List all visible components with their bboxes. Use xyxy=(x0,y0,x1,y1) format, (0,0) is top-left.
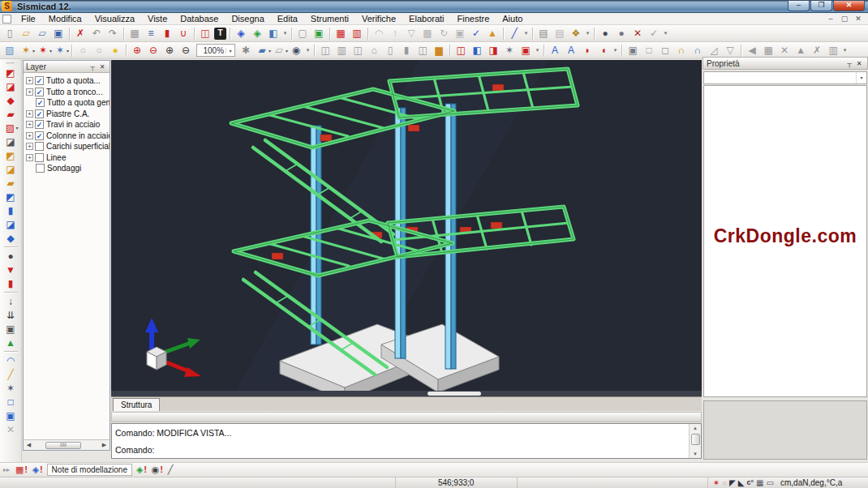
chevron-down-icon[interactable]: ▾ xyxy=(15,125,18,131)
menu-aiuto[interactable]: Aiuto xyxy=(496,13,529,25)
pan-hand-icon[interactable]: ✱ xyxy=(238,44,253,58)
sync-book-icon[interactable]: ❖ xyxy=(569,27,583,41)
toolbar-overflow-button[interactable]: ▾ xyxy=(534,47,541,54)
angle-icon[interactable]: c° xyxy=(746,479,754,486)
menu-viste[interactable]: Viste xyxy=(141,13,174,25)
arc-disabled-icon[interactable]: ◠ xyxy=(372,27,386,41)
layer-checkbox[interactable] xyxy=(35,153,44,162)
scroll-down-icon[interactable]: ▼ xyxy=(693,450,698,458)
tools-hammer-icon[interactable]: ✕ xyxy=(630,27,645,41)
node-alert-green-icon[interactable]: ◈! xyxy=(135,464,148,476)
plinth-icon[interactable]: ● xyxy=(3,249,18,263)
plate-timber-icon[interactable]: ▰ xyxy=(3,176,18,190)
viewport-hscroll-thumb[interactable] xyxy=(428,392,481,396)
arch-blue-icon[interactable]: ∩ xyxy=(690,44,705,58)
view-eye-icon[interactable]: ◉ xyxy=(289,44,303,58)
menu-modifica[interactable]: Modifica xyxy=(42,13,88,25)
layer-stack-icon[interactable]: ▤ xyxy=(536,27,551,41)
layer-stack-2-icon[interactable]: ▤ xyxy=(552,27,567,41)
lamp-icon[interactable]: ▯ xyxy=(383,44,397,58)
beam-dark-icon[interactable]: ◪ xyxy=(3,135,18,148)
chevron-down-icon[interactable]: ▾ xyxy=(226,48,234,54)
close-icon[interactable]: ✕ xyxy=(854,60,864,67)
layer-checkbox[interactable]: ✓ xyxy=(36,98,45,107)
grid-gray-icon[interactable]: ▦ xyxy=(761,44,776,58)
pin-icon[interactable]: ┬ xyxy=(844,60,854,67)
zoom-level-combo[interactable]: 100%▾ xyxy=(196,44,235,57)
magnet-red-icon[interactable]: ∪ xyxy=(176,27,191,41)
expand-icon[interactable]: + xyxy=(26,132,33,139)
scrollbar-thumb[interactable] xyxy=(691,434,700,445)
new-file-icon[interactable]: ▯ xyxy=(2,27,17,41)
plate-red-icon[interactable]: ▰ xyxy=(3,107,18,121)
table-red-icon[interactable]: ▦ xyxy=(333,27,348,41)
beam-steel-icon[interactable]: ◩ xyxy=(3,190,18,203)
viewport-hscrollbar[interactable] xyxy=(111,391,702,396)
megaphone-icon[interactable]: ◀ xyxy=(745,44,759,58)
compass-red-2-icon[interactable]: ◖ xyxy=(596,44,611,58)
menu-visualizza[interactable]: Visualizza xyxy=(88,13,141,25)
frame-blue-1-icon[interactable]: ▣ xyxy=(3,409,18,422)
frame-red-icon[interactable]: ▣ xyxy=(518,44,533,58)
view-3d-box-icon[interactable]: ▧ xyxy=(2,44,17,58)
expand-icon[interactable]: + xyxy=(26,121,33,128)
disabled-x-icon[interactable]: ✕ xyxy=(3,422,18,436)
bulb-off-2-icon[interactable]: ○ xyxy=(92,44,106,58)
frame-blue-icon[interactable]: □ xyxy=(3,395,18,409)
texture-t-icon[interactable]: T xyxy=(214,28,226,40)
text-raise-icon[interactable]: A xyxy=(548,44,562,58)
properties-panel-header[interactable]: Proprietà ┬ ✕ xyxy=(703,57,868,70)
layer-panel-header[interactable]: Layer ┬ ✕ xyxy=(24,61,110,73)
triangle-disabled-icon[interactable]: ▽ xyxy=(404,27,419,41)
beam-red-icon[interactable]: ◩ xyxy=(3,66,18,79)
chevron-down-icon[interactable]: ▾ xyxy=(286,48,288,54)
materials-icon[interactable]: ◫ xyxy=(198,27,213,41)
wall-timber-icon[interactable]: ◪ xyxy=(3,162,18,176)
arch-gold-icon[interactable]: ∩ xyxy=(674,44,689,58)
section-red-2-icon[interactable]: ◨ xyxy=(486,44,501,58)
truss-steel-icon[interactable]: ◆ xyxy=(3,231,18,245)
grid-toggle-icon[interactable]: ▦ xyxy=(756,479,763,487)
binoculars-alert-icon[interactable]: ◉! xyxy=(150,464,165,476)
toolbar-overflow-button[interactable]: ▾ xyxy=(304,47,312,54)
column-steel-icon[interactable]: ▮ xyxy=(3,203,18,217)
menu-edita[interactable]: Edita xyxy=(271,13,304,25)
layer-checkbox[interactable] xyxy=(35,142,44,151)
chevron-down-icon[interactable]: ▾ xyxy=(67,48,69,54)
pile-red-icon[interactable]: ▼ xyxy=(3,263,18,276)
layer-item[interactable]: +✓Colonne in acciaio xyxy=(25,131,110,142)
pencil-yellow-icon[interactable]: ╱ xyxy=(3,367,18,381)
restore-button[interactable]: ❐ xyxy=(810,1,832,11)
layer-checkbox[interactable]: ✓ xyxy=(35,109,44,118)
node-alert-blue-icon[interactable]: ◈! xyxy=(31,464,45,476)
section-blue-icon[interactable]: ◧ xyxy=(470,44,484,58)
layer-item[interactable]: +✓Tutto a quota... xyxy=(25,75,110,87)
import-folder-icon[interactable]: ▱ xyxy=(35,27,49,41)
point-load-icon[interactable]: ↓ xyxy=(3,294,18,308)
nav-node-go-icon[interactable]: ◈ xyxy=(250,27,264,41)
verify-check-icon[interactable]: ✓ xyxy=(647,27,661,41)
compass-red-icon[interactable]: ◗ xyxy=(580,44,595,58)
star-box-icon[interactable]: ✶ xyxy=(19,44,33,58)
close-button[interactable]: ✕ xyxy=(833,1,865,11)
chart-red-icon[interactable]: ▥ xyxy=(350,27,364,41)
tools-gray-icon[interactable]: ✗ xyxy=(810,44,824,58)
layer-item[interactable]: Sondaggi xyxy=(25,163,110,174)
layer-item[interactable]: +Carichi superficiali e f xyxy=(25,141,110,152)
basket-gray-icon[interactable]: ▽ xyxy=(723,44,737,58)
layer-checkbox[interactable]: ✓ xyxy=(35,131,44,140)
eraser-white-icon[interactable]: ▱ xyxy=(272,44,286,58)
light-toggle-icon[interactable]: ○ xyxy=(722,479,727,487)
star-blue-icon[interactable]: ✶ xyxy=(53,44,67,58)
solid-sphere-icon[interactable]: ● xyxy=(598,27,612,41)
dashed-box-icon[interactable]: ◻ xyxy=(658,44,672,58)
ortho-icon[interactable]: ◣ xyxy=(738,479,745,487)
properties-list[interactable]: CrkDongle.com xyxy=(703,85,867,397)
open-folder-icon[interactable]: ▱ xyxy=(19,27,33,41)
triangle-gray-icon[interactable]: ◿ xyxy=(707,44,721,58)
bulb-on-icon[interactable]: ● xyxy=(108,44,122,58)
menu-database[interactable]: Database xyxy=(174,13,225,25)
gear-blue-icon[interactable]: ✶ xyxy=(502,44,517,58)
beam-red-2-icon[interactable]: ◪ xyxy=(3,79,18,93)
notes-label[interactable]: Note di modellazione xyxy=(47,464,132,476)
